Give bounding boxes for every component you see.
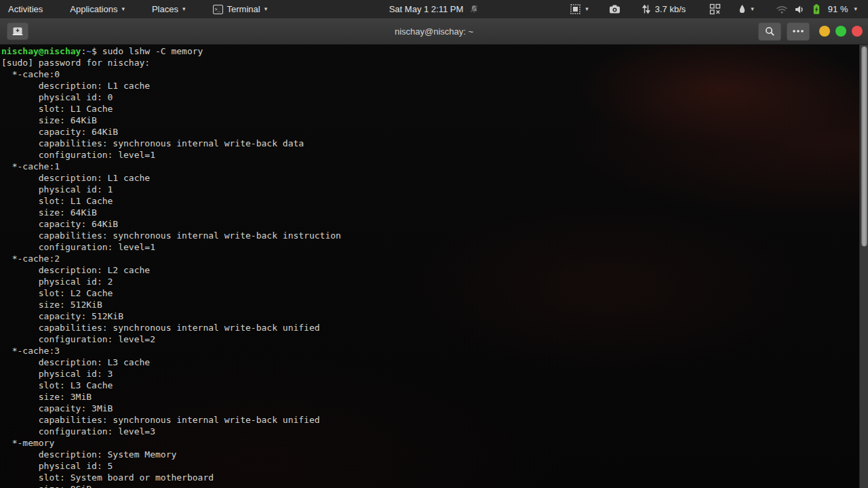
terminal-output-line: capabilities: synchronous internal write… <box>1 322 859 333</box>
terminal-output-line: capabilities: synchronous internal write… <box>1 230 859 241</box>
terminal-output-line: *-cache:2 <box>1 253 859 264</box>
new-terminal-icon <box>12 26 23 36</box>
activities-label: Activities <box>8 4 43 14</box>
terminal-output-line: description: System Memory <box>1 449 859 460</box>
terminal-output-line: description: L1 cache <box>1 172 859 184</box>
droplet-icon <box>738 4 747 14</box>
app-grid-button[interactable] <box>703 0 727 18</box>
terminal-output-line: size: 8GiB <box>1 483 859 488</box>
terminal-output-line: slot: L3 Cache <box>1 380 859 391</box>
terminal-output-line: capacity: 64KiB <box>1 126 859 138</box>
terminal-output-line: physical id: 3 <box>1 368 859 380</box>
speaker-icon <box>794 5 805 14</box>
terminal-output-line: [sudo] password for nischay: <box>1 57 859 68</box>
chevron-down-icon: ▾ <box>751 6 754 12</box>
network-speed-label: 3.7 kb/s <box>655 4 686 14</box>
terminal-output-line: slot: L2 Cache <box>1 287 859 299</box>
terminal-output-line: physical id: 5 <box>1 460 859 472</box>
terminal-output-line: size: 64KiB <box>1 207 859 218</box>
terminal-output-line: slot: System board or motherboard <box>1 472 859 483</box>
terminal-window[interactable]: nischay@nischay:~$ sudo lshw -C memory [… <box>0 45 868 488</box>
terminal-output-line: size: 512KiB <box>1 299 859 310</box>
close-button[interactable] <box>852 26 863 37</box>
terminal-output-line: size: 3MiB <box>1 391 859 403</box>
screenshot-button[interactable] <box>604 0 626 18</box>
prompt-path: ~ <box>86 46 92 56</box>
terminal-output-line: configuration: level=1 <box>1 149 859 161</box>
terminal-output-line: size: 64KiB <box>1 115 859 126</box>
activities-button[interactable]: Activities <box>0 0 51 18</box>
terminal-output-line: description: L1 cache <box>1 80 859 92</box>
chevron-down-icon: ▾ <box>585 6 589 12</box>
terminal-output-line: physical id: 1 <box>1 184 859 195</box>
terminal-output-line: capabilities: synchronous internal write… <box>1 414 859 426</box>
terminal-output-line: description: L3 cache <box>1 357 859 368</box>
terminal-output-line: *-cache:1 <box>1 161 859 172</box>
droplet-menu[interactable]: ▾ <box>732 0 760 18</box>
terminal-output: nischay@nischay:~$ sudo lshw -C memory [… <box>1 45 859 488</box>
window-controls <box>758 22 863 41</box>
terminal-output-lines: [sudo] password for nischay: *-cache:0 d… <box>1 57 859 488</box>
bell-muted-icon <box>469 4 479 14</box>
terminal-output-line: capacity: 64KiB <box>1 218 859 230</box>
scrollbar-thumb[interactable] <box>861 46 867 247</box>
network-arrows-icon <box>642 4 650 14</box>
clock-button[interactable]: Sat May 1 2:11 PM <box>382 0 486 18</box>
terminal-title-bar[interactable]: nischay@nischay: ~ <box>0 18 868 45</box>
terminal-output-line: capabilities: synchronous internal write… <box>1 138 859 149</box>
chevron-down-icon: ▾ <box>121 6 125 12</box>
terminal-output-line: *-cache:0 <box>1 68 859 80</box>
chip-icon <box>570 3 581 15</box>
terminal-output-line: configuration: level=1 <box>1 241 859 253</box>
maximize-button[interactable] <box>835 26 846 37</box>
top-bar-left: Activities Applications ▾ Places ▾ >_ Te… <box>0 0 286 18</box>
applications-label: Applications <box>70 4 117 14</box>
terminal-output-line: *-cache:3 <box>1 345 859 357</box>
chevron-down-icon: ▾ <box>264 6 268 12</box>
places-menu[interactable]: Places ▾ <box>144 0 194 18</box>
menu-dots-icon <box>792 29 804 33</box>
desktop: Activities Applications ▾ Places ▾ >_ Te… <box>0 0 868 488</box>
camera-icon <box>609 4 620 14</box>
battery-percent-label: 91 % <box>828 4 848 14</box>
terminal-output-line: slot: L1 Cache <box>1 103 859 115</box>
terminal-output-line: capacity: 3MiB <box>1 403 859 414</box>
menu-button[interactable] <box>787 22 810 41</box>
terminal-output-line: configuration: level=2 <box>1 333 859 345</box>
prompt-symbol: $ <box>92 46 102 56</box>
chip-menu[interactable]: ▾ <box>564 0 594 18</box>
chevron-down-icon: ▾ <box>854 6 857 12</box>
terminal-output-line: capacity: 512KiB <box>1 310 859 322</box>
chevron-down-icon: ▾ <box>182 6 186 12</box>
terminal-output-line: description: L2 cache <box>1 264 859 276</box>
prompt-user-host: nischay@nischay <box>1 46 81 56</box>
network-speed-indicator[interactable]: 3.7 kb/s <box>637 0 692 18</box>
prompt-line: nischay@nischay:~$ sudo lshw -C memory <box>1 45 859 57</box>
new-terminal-button[interactable] <box>7 22 28 40</box>
top-bar-right: ▾ 3.7 <box>564 0 868 18</box>
app-menu-label: Terminal <box>227 4 260 14</box>
minimize-button[interactable] <box>819 26 830 37</box>
app-menu-terminal[interactable]: >_ Terminal ▾ <box>205 0 276 18</box>
search-icon <box>764 26 775 37</box>
system-status-menu[interactable]: 91 % ▾ <box>773 0 860 18</box>
applications-menu[interactable]: Applications ▾ <box>62 0 133 18</box>
wifi-icon <box>776 5 788 14</box>
window-title: nischay@nischay: ~ <box>395 26 473 37</box>
clock-label: Sat May 1 2:11 PM <box>389 4 464 14</box>
terminal-output-line: *-memory <box>1 437 859 449</box>
terminal-output-line: physical id: 0 <box>1 92 859 103</box>
app-grid-icon <box>709 3 722 16</box>
search-button[interactable] <box>758 22 781 41</box>
terminal-output-line: physical id: 2 <box>1 276 859 287</box>
command-text: sudo lshw -C memory <box>102 46 203 56</box>
terminal-icon: >_ <box>213 5 223 14</box>
places-label: Places <box>152 4 178 14</box>
battery-charging-icon <box>811 3 822 15</box>
gnome-top-bar: Activities Applications ▾ Places ▾ >_ Te… <box>0 0 868 18</box>
terminal-scrollbar[interactable] <box>859 45 868 488</box>
terminal-output-line: slot: L1 Cache <box>1 195 859 207</box>
terminal-output-line: configuration: level=3 <box>1 426 859 437</box>
